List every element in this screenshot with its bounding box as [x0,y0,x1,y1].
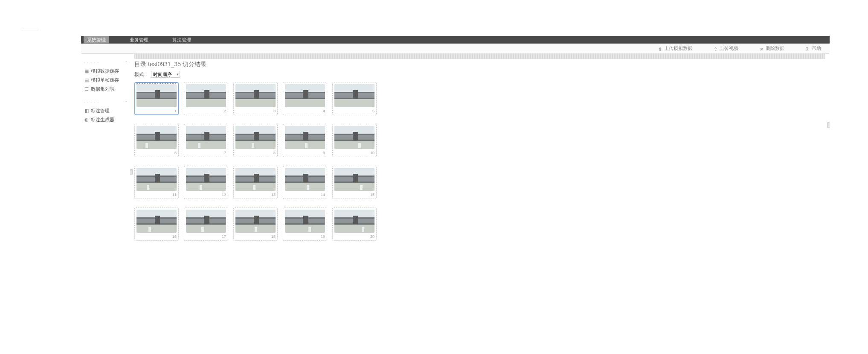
thumbnail-caption: 10 [334,149,374,156]
thumbnail-image [186,168,226,191]
action-delete[interactable]: ✕ 删除数据 [760,45,784,52]
upload-icon: ⇧ [714,47,718,51]
thumbnail-caption: 11 [136,191,177,198]
thumbnail-row: 1112131415 [134,166,825,199]
thumbnail[interactable]: 9 [283,124,327,157]
thumbnail-image [136,210,177,233]
sidebar-item-framecache[interactable]: ▤ 模拟单帧缓存 [84,76,128,85]
action-upload-sim[interactable]: ⇧ 上传模拟数据 [658,45,692,52]
thumbnail[interactable]: 16 [134,208,179,241]
panel-collapse-left[interactable] [130,169,133,175]
thumbnail-image [235,210,276,233]
sidebar-item-datasets[interactable]: ☰ 数据集列表 [84,85,128,94]
thumbnail-image [285,84,325,107]
thumbnail-image [186,84,226,107]
thumbnail-image [285,168,325,191]
thumbnail-caption: 7 [186,149,226,156]
thumbnail[interactable]: 12 [184,166,228,199]
upload-icon: ⇧ [658,47,662,51]
thumbnail-caption: 1 [136,107,177,114]
thumbnail-caption: 16 [136,233,177,240]
thumbnail-image [334,84,374,107]
thumbnail-caption: 6 [136,149,177,156]
thumbnail-caption: 8 [235,149,276,156]
sidebar-group-1[interactable]: · · · · · ⋯ [84,60,128,65]
thumbnail[interactable]: 4 [283,82,327,115]
thumbnail-image [285,126,325,149]
thumbnail[interactable]: 7 [184,124,228,157]
thumbnail-caption: 14 [285,191,325,198]
sidebar-item-label: 标注生成器 [91,117,114,122]
thumbnail-caption: 2 [186,107,226,114]
page-title: 目录 test0931_35 切分结果 [134,61,825,68]
thumbnail[interactable]: 14 [283,166,327,199]
thumbnail-image [235,168,276,191]
thumbnail[interactable]: 11 [134,166,179,199]
sidebar-item-annotator[interactable]: ◐ 标注生成器 [84,115,128,124]
thumbnail[interactable]: 2 [184,82,228,115]
grid-icon: ▦ [84,68,89,74]
thumbnail-image [136,126,177,149]
sidebar-item-label: 模拟单帧缓存 [91,77,119,82]
thumbnail-caption: 9 [285,149,325,156]
help-icon: ? [806,47,810,51]
nav-tab-algo[interactable]: 算法管理 [169,36,195,44]
sidebar-group-2[interactable]: · · · · · ⋯ [84,99,128,105]
thumbnail-image [235,126,276,149]
thumbnail-row: 1617181920 [134,208,825,241]
thumbnail-caption: 3 [235,107,276,114]
nav-tab-system[interactable]: 系统管理 [84,36,109,44]
thumbnail[interactable]: 5 [332,82,377,115]
thumbnail-caption: 18 [235,233,276,240]
sidebar-item-simcache[interactable]: ▦ 模拟数据缓存 [84,67,128,76]
thumbnail[interactable]: 20 [332,208,377,241]
sidebar-item-label: 标注管理 [91,108,110,113]
thumbnail-caption: 5 [334,107,374,114]
thumbnail[interactable]: 19 [283,208,327,241]
decorative-dash [21,30,38,30]
action-label: 上传模拟数据 [664,45,692,52]
tag-icon: ◧ [84,108,89,114]
thumbnail[interactable]: 1 [134,82,179,115]
thumbnail-image [235,84,276,107]
mode-select[interactable]: 时间顺序 [151,71,180,78]
action-label: 上传视频 [720,45,738,52]
thumbnail[interactable]: 13 [233,166,278,199]
thumbnail-caption: 20 [334,233,374,240]
thumbnail-caption: 4 [285,107,325,114]
thumbnail-row: 678910 [134,124,825,157]
thumbnail-caption: 15 [334,191,374,198]
thumbnail-image [186,210,226,233]
thumbnail[interactable]: 17 [184,208,228,241]
thumbnail[interactable]: 8 [233,124,278,157]
thumbnail-row: 12345 [134,82,825,115]
panel-collapse-right[interactable] [827,122,830,128]
thumbnail[interactable]: 18 [233,208,278,241]
thumbnail[interactable]: 15 [332,166,377,199]
trash-icon: ✕ [760,47,764,51]
thumbnail[interactable]: 10 [332,124,377,157]
gear-icon: ◐ [84,117,89,123]
thumbnail-image [186,126,226,149]
list-icon: ☰ [84,86,89,92]
action-upload-video[interactable]: ⇧ 上传视频 [714,45,738,52]
nav-tab-business[interactable]: 业务管理 [126,36,152,44]
thumbnail[interactable]: 6 [134,124,179,157]
thumbnail-grid: 1234567891011121314151617181920 [134,82,825,241]
primary-nav: 系统管理 业务管理 算法管理 [81,36,830,44]
sidebar: · · · · · ⋯ ▦ 模拟数据缓存 ▤ 模拟单帧缓存 ☰ 数据集列表 · … [81,54,130,354]
action-help[interactable]: ? 帮助 [806,45,821,52]
film-icon: ▤ [84,77,89,83]
sidebar-item-label: 模拟数据缓存 [91,68,119,73]
filter-label: 模式： [134,71,148,78]
sidebar-group-label: · · · · · [84,60,99,65]
thumbnail-image [334,126,374,149]
thumbnail-image [136,84,177,107]
thumbnail-caption: 19 [285,233,325,240]
sidebar-item-annotations[interactable]: ◧ 标注管理 [84,106,128,115]
filter-row: 模式： 时间顺序 ▾ [134,71,825,78]
chevron-down-icon: ⋯ [123,60,128,64]
thumbnail[interactable]: 3 [233,82,278,115]
sidebar-group-label: · · · · · [84,99,99,105]
action-label: 帮助 [812,45,821,52]
